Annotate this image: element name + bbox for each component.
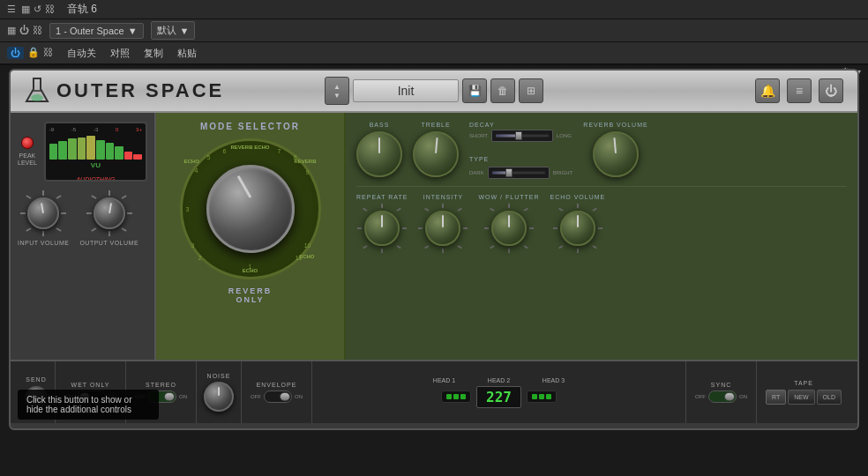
wet-only-off-label: OFF bbox=[64, 394, 75, 399]
treble-label: TREBLE bbox=[421, 122, 450, 128]
bell-btn[interactable]: 🔔 bbox=[755, 78, 780, 103]
tape-rt-btn[interactable]: RT bbox=[766, 390, 786, 405]
bottom-strip: SEND ▶ WET ONLY OFF ON STEREO OFF bbox=[11, 360, 857, 423]
intensity-label: INTENSITY bbox=[423, 194, 464, 200]
svg-point-2 bbox=[31, 94, 43, 101]
tab-icons: ▦ ↺ ⛓ bbox=[21, 4, 55, 15]
power-icon[interactable]: ⏻ bbox=[19, 25, 29, 36]
input-knob-body[interactable] bbox=[27, 197, 59, 229]
chain-icon[interactable]: ⛓ bbox=[43, 47, 53, 59]
right-top-row: BASS TREBLE DECAY bbox=[356, 122, 847, 179]
save-preset-btn[interactable]: 💾 bbox=[462, 78, 487, 103]
preset-nav-btn[interactable]: ▲ ▼ bbox=[325, 77, 349, 105]
menu-btn[interactable]: ≡ bbox=[787, 78, 812, 103]
link-icon[interactable]: ⛓ bbox=[45, 4, 55, 15]
noise-label: NOISE bbox=[207, 373, 231, 379]
vu-label: VU bbox=[49, 161, 142, 169]
output-volume-label: OUTPUT VOLUME bbox=[79, 240, 138, 247]
intensity-knob-container: INTENSITY bbox=[418, 194, 468, 253]
third-bar: ⏻ 🔒 ⛓ 自动关 对照 复制 粘贴 ⚙ ▾ bbox=[0, 42, 868, 65]
bass-knob-container: BASS bbox=[356, 122, 402, 177]
sync-toggle[interactable] bbox=[708, 390, 737, 403]
output-knob-body[interactable] bbox=[94, 197, 125, 229]
lock-icon[interactable]: 🔒 bbox=[27, 47, 40, 59]
wow-flutter-knob[interactable] bbox=[484, 204, 534, 253]
wet-only-label: WET ONLY bbox=[71, 382, 110, 388]
preset-name: Init bbox=[353, 79, 459, 102]
peak-led bbox=[21, 137, 34, 149]
refresh-icon[interactable]: ↺ bbox=[34, 4, 41, 15]
grid2-icon[interactable]: ▦ bbox=[7, 25, 16, 36]
input-volume-knob-container: INPUT VOLUME bbox=[18, 190, 69, 247]
tape-new-btn[interactable]: NEW bbox=[788, 390, 814, 405]
wow-flutter-knob-container: WOW / FLUTTER bbox=[478, 194, 539, 253]
auto-off-btn[interactable]: 自动关 bbox=[67, 47, 96, 60]
second-bar: ▦ ⏻ ⛓ 1 - Outer Space ▼ 默认 ▼ bbox=[0, 19, 868, 42]
long-label: LONG bbox=[557, 133, 572, 138]
bass-knob[interactable] bbox=[356, 131, 402, 177]
stereo-toggle-row: OFF ON bbox=[135, 390, 187, 403]
mode-center-knob[interactable] bbox=[206, 165, 295, 253]
preset-area: ▲ ▼ Init 💾 🗑 ⊞ bbox=[325, 77, 543, 105]
vu-scale: -9 -5 -3 0 3+ bbox=[49, 127, 142, 132]
stereo-toggle[interactable] bbox=[148, 390, 176, 403]
heads-section: HEAD 1 HEAD 2 HEAD 3 227 bbox=[312, 361, 686, 423]
send-button[interactable]: ▶ bbox=[25, 386, 48, 409]
grid-icon[interactable]: ▦ bbox=[21, 4, 30, 15]
bell-icon: 🔔 bbox=[760, 84, 775, 98]
window-icon: ☰ bbox=[7, 4, 16, 15]
treble-knob-container: TREBLE bbox=[413, 122, 459, 177]
preset-selector[interactable]: 默认 ▼ bbox=[151, 21, 196, 40]
echo-volume-knob-container: ECHO VOLUME bbox=[550, 194, 605, 253]
input-volume-knob[interactable] bbox=[20, 190, 66, 236]
flask-icon bbox=[25, 77, 49, 105]
left-controls: PEAKLEVEL -9 -5 -3 0 3+ bbox=[11, 113, 156, 360]
mode-selector-panel: MODE SELECTOR REVERB ECHO REVERB ECHO EC… bbox=[156, 113, 346, 360]
track-selector[interactable]: 1 - Outer Space ▼ bbox=[49, 23, 144, 39]
treble-knob[interactable] bbox=[413, 131, 459, 177]
save-icon: 💾 bbox=[468, 85, 482, 97]
input-volume-label: INPUT VOLUME bbox=[18, 240, 69, 247]
vu-brand-area: AUDIOTHING bbox=[49, 169, 142, 182]
tape-old-btn[interactable]: OLD bbox=[817, 390, 842, 405]
intensity-knob[interactable] bbox=[418, 204, 468, 253]
tape-label: TAPE bbox=[794, 380, 813, 386]
vu-bars bbox=[49, 133, 142, 160]
repeat-rate-knob[interactable] bbox=[357, 204, 407, 253]
echo-volume-knob[interactable] bbox=[553, 204, 602, 253]
io-knobs: INPUT VOLUME bbox=[18, 190, 147, 247]
plugin-title: OUTER SPACE bbox=[56, 79, 224, 102]
power-icon2: ⏻ bbox=[825, 84, 837, 98]
match-btn[interactable]: 对照 bbox=[110, 47, 130, 60]
noise-knob[interactable] bbox=[204, 382, 234, 412]
sync-label: SYNC bbox=[711, 382, 731, 388]
stereo-group: STEREO OFF ON bbox=[126, 361, 197, 423]
paste-btn[interactable]: 粘贴 bbox=[177, 47, 197, 60]
heads-display-row: 227 bbox=[441, 386, 557, 408]
sync-on-label: ON bbox=[739, 394, 747, 399]
wet-only-toggle-row: OFF ON bbox=[64, 390, 116, 403]
grid-preset-btn[interactable]: ⊞ bbox=[519, 78, 543, 103]
window-title: 音轨 6 bbox=[67, 2, 97, 17]
output-volume-knob[interactable] bbox=[86, 190, 132, 236]
type-slider[interactable] bbox=[488, 167, 550, 179]
plugin-logo: OUTER SPACE bbox=[25, 77, 224, 105]
power2-icon[interactable]: ⏻ bbox=[7, 47, 24, 59]
decay-slider[interactable] bbox=[491, 130, 553, 142]
dark-label: DARK bbox=[469, 170, 484, 175]
envelope-on-label: ON bbox=[295, 394, 303, 399]
head1-label: HEAD 1 bbox=[427, 377, 462, 383]
wet-only-toggle[interactable] bbox=[78, 390, 106, 403]
envelope-toggle[interactable] bbox=[264, 390, 292, 403]
envelope-label: ENVELOPE bbox=[257, 382, 297, 388]
power-btn[interactable]: ⏻ bbox=[819, 78, 843, 103]
reverb-volume-knob[interactable] bbox=[593, 131, 639, 177]
delete-preset-btn[interactable]: 🗑 bbox=[490, 78, 515, 103]
sync-group: SYNC OFF ON bbox=[686, 361, 757, 423]
divider-h bbox=[356, 186, 847, 187]
vu-section: PEAKLEVEL -9 -5 -3 0 3+ bbox=[18, 122, 147, 182]
type-section: TYPE DARK BRIGHT bbox=[469, 149, 572, 179]
peak-level: PEAKLEVEL bbox=[18, 137, 37, 166]
link2-icon[interactable]: ⛓ bbox=[33, 25, 42, 36]
copy-btn[interactable]: 复制 bbox=[144, 47, 163, 60]
